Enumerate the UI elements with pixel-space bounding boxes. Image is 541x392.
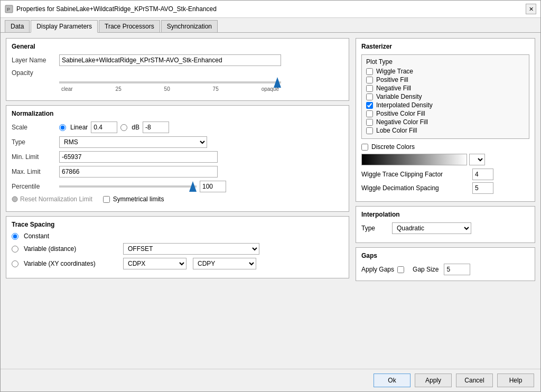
interpolation-title: Interpolation (361, 211, 529, 218)
negative-color-fill-checkbox[interactable] (366, 119, 373, 126)
constant-label: Constant (24, 232, 49, 240)
max-limit-row: Max. Limit (12, 166, 343, 178)
db-radio[interactable] (120, 124, 127, 131)
gap-size-input[interactable] (444, 264, 470, 275)
percentile-value-input[interactable] (200, 181, 226, 192)
max-limit-input[interactable] (59, 166, 218, 178)
tab-trace-processors[interactable]: Trace Processors (99, 20, 160, 32)
lobe-color-fill-label: Lobe Color Fill (376, 127, 417, 134)
variable-xy-label: Variable (XY coordinates) (24, 260, 119, 267)
cancel-button[interactable]: Cancel (456, 374, 493, 387)
right-panel: Rasterizer Plot Type Wiggle Trace Positi… (356, 38, 535, 363)
positive-color-fill-checkbox[interactable] (366, 110, 373, 117)
percentile-label: Percentile (12, 183, 59, 190)
scale-row: Scale Linear dB (12, 122, 343, 133)
discrete-colors-checkbox[interactable] (361, 144, 368, 151)
negative-fill-item: Negative Fill (366, 85, 525, 92)
reset-row: Reset Normalization Limit Symmetrical li… (12, 195, 343, 203)
interpolation-type-row: Type Quadratic Linear Cubic (361, 222, 529, 234)
help-button[interactable]: Help (497, 374, 534, 387)
variable-density-label: Variable Density (376, 93, 422, 100)
layer-name-input[interactable] (59, 54, 281, 66)
opacity-clear: clear (61, 86, 73, 92)
tab-synchronization[interactable]: Synchronization (161, 20, 218, 32)
normalization-title: Normalization (12, 110, 343, 117)
discrete-colors-label: Discrete Colors (371, 143, 415, 151)
trace-spacing-section: Trace Spacing Constant Variable (distanc… (6, 216, 349, 278)
symmetrical-checkbox[interactable] (103, 196, 110, 203)
percentile-slider[interactable] (59, 185, 197, 188)
reset-indicator-icon (12, 196, 18, 202)
variable-distance-radio[interactable] (12, 246, 18, 253)
rasterizer-title: Rasterizer (361, 43, 529, 50)
wiggle-trace-checkbox[interactable] (366, 68, 373, 75)
title-bar: P Properties for SabineLake+WildcatRidge… (1, 1, 540, 18)
interpolation-type-label: Type (361, 225, 388, 232)
tabs-bar: Data Display Parameters Trace Processors… (1, 18, 540, 33)
reset-normalization-button[interactable]: Reset Normalization Limit (20, 195, 92, 203)
close-button[interactable]: ✕ (526, 4, 536, 14)
wiggle-clipping-label: Wiggle Trace Clipping Factor (361, 171, 472, 178)
type-row: Type RMS Peak Manual (12, 136, 343, 148)
cdpy-select[interactable]: CDPY (193, 258, 256, 269)
wiggle-decimation-row: Wiggle Decimation Spacing (361, 182, 529, 194)
linear-value-input[interactable] (91, 122, 117, 133)
symmetrical-label: Symmetrical limits (113, 195, 164, 203)
interpolated-density-checkbox[interactable] (366, 102, 373, 109)
apply-button[interactable]: Apply (415, 374, 452, 387)
cdpx-select[interactable]: CDPX (123, 258, 186, 269)
interpolated-density-item: Interpolated Density (366, 101, 525, 109)
layer-name-row: Layer Name (12, 54, 343, 66)
variable-density-item: Variable Density (366, 93, 525, 100)
positive-fill-label: Positive Fill (376, 76, 408, 83)
wiggle-decimation-label: Wiggle Decimation Spacing (361, 184, 472, 192)
scale-label: Scale (12, 124, 59, 131)
trace-spacing-title: Trace Spacing (12, 221, 343, 228)
wiggle-trace-item: Wiggle Trace (366, 68, 525, 75)
positive-color-fill-label: Positive Color Fill (376, 110, 425, 117)
negative-fill-checkbox[interactable] (366, 85, 373, 92)
interpolation-type-select[interactable]: Quadratic Linear Cubic (392, 222, 471, 234)
negative-color-fill-label: Negative Color Fill (376, 118, 428, 126)
negative-color-fill-item: Negative Color Fill (366, 118, 525, 126)
linear-radio[interactable] (59, 124, 66, 131)
opacity-slider[interactable] (59, 81, 281, 83)
wiggle-clipping-input[interactable] (472, 169, 493, 180)
apply-gaps-label: Apply Gaps (361, 266, 394, 273)
apply-gaps-checkbox[interactable] (397, 266, 404, 273)
scale-controls: Linear dB (59, 122, 169, 133)
tab-data[interactable]: Data (5, 20, 30, 32)
wiggle-decimation-input[interactable] (472, 182, 493, 194)
ok-button[interactable]: Ok (374, 374, 411, 387)
variable-density-checkbox[interactable] (366, 94, 373, 100)
gaps-row: Apply Gaps Gap Size (361, 264, 529, 275)
constant-radio[interactable] (12, 233, 18, 240)
colorbar-row (361, 154, 529, 165)
title-bar-left: P Properties for SabineLake+WildcatRidge… (5, 5, 217, 13)
lobe-color-fill-item: Lobe Color Fill (366, 127, 525, 134)
layer-name-label: Layer Name (12, 57, 59, 64)
type-select[interactable]: RMS Peak Manual (59, 136, 207, 148)
lobe-color-fill-checkbox[interactable] (366, 127, 373, 134)
left-panel: General Layer Name Opacity clear 25 50 7… (6, 38, 349, 363)
gaps-section: Gaps Apply Gaps Gap Size (356, 247, 535, 281)
plot-type-box: Plot Type Wiggle Trace Positive Fill Neg… (361, 54, 529, 139)
min-limit-label: Min. Limit (12, 153, 59, 161)
svg-text:P: P (7, 7, 10, 12)
db-label: dB (132, 124, 139, 131)
wiggle-trace-label: Wiggle Trace (376, 68, 413, 75)
min-limit-input[interactable] (59, 151, 218, 163)
constant-row: Constant (12, 232, 343, 240)
max-limit-label: Max. Limit (12, 168, 59, 175)
positive-fill-checkbox[interactable] (366, 77, 373, 83)
tab-display-parameters[interactable]: Display Parameters (31, 20, 98, 33)
footer: Ok Apply Cancel Help (1, 369, 540, 391)
colorbar-dropdown[interactable] (469, 154, 485, 165)
plot-type-title: Plot Type (366, 58, 525, 66)
linear-label: Linear (70, 124, 88, 131)
offset-select[interactable]: OFFSET (123, 243, 259, 255)
positive-color-fill-item: Positive Color Fill (366, 110, 525, 117)
window-title: Properties for SabineLake+WildcatRidge_K… (16, 5, 217, 13)
db-value-input[interactable] (143, 122, 169, 133)
variable-xy-radio[interactable] (12, 260, 18, 267)
